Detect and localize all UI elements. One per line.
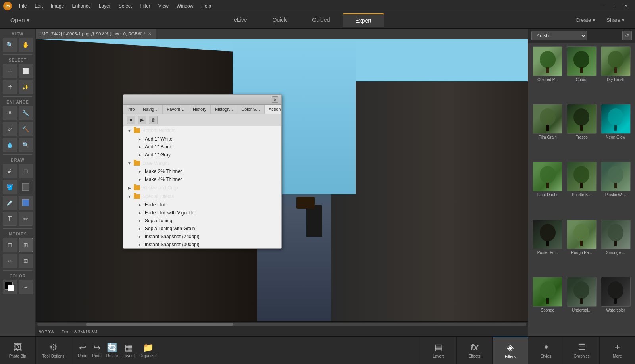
foreground-swatch[interactable]	[19, 180, 33, 194]
pencil-tool[interactable]: ✏	[19, 212, 33, 226]
tab-favorites[interactable]: Favorit…	[163, 105, 189, 114]
action-make-4-thinner[interactable]: ▶ Make 4% Thinner	[123, 175, 281, 183]
menu-image[interactable]: Image	[48, 2, 67, 10]
action-add-1-gray[interactable]: ▶ Add 1" Gray	[123, 151, 281, 159]
filter-underpainting[interactable]: Underpai...	[566, 277, 598, 333]
action-add-1-white[interactable]: ▶ Add 1" White	[123, 135, 281, 143]
lasso-tool[interactable]: 🗡	[3, 80, 17, 94]
crop-tool[interactable]: ⊡	[3, 238, 17, 252]
close-button[interactable]: ✕	[620, 0, 632, 12]
styles-button[interactable]: ✦ Styles	[528, 337, 564, 364]
filter-fresco[interactable]: Fresco	[566, 104, 598, 160]
action-faded-ink-vignette[interactable]: ▶ Faded Ink with Vignette	[123, 209, 281, 217]
folder-lose-weight[interactable]: ▼ Lose Weight	[123, 159, 281, 168]
action-snapshot-300[interactable]: ▶ Instant Snapshot (300ppi)	[123, 241, 281, 248]
filter-colored-pencil[interactable]: Colored P...	[531, 46, 564, 102]
stamp-tool[interactable]: 🔨	[19, 122, 33, 136]
filter-category-dropdown[interactable]: Artistic Blur Brush Strokes Distort Sket…	[531, 31, 587, 40]
photo-bin-button[interactable]: 🖼 Photo Bin	[0, 337, 36, 364]
maximize-button[interactable]: □	[608, 0, 620, 12]
create-button[interactable]: Create ▾	[572, 15, 599, 25]
menu-help[interactable]: Help	[198, 2, 214, 10]
canvas-viewport[interactable]: ✕ Info Navig… Favorit… History Histogr… …	[36, 39, 528, 321]
filter-poster-edges[interactable]: Poster Ed...	[531, 220, 564, 275]
swap-colors[interactable]: ⇄	[19, 280, 33, 294]
tab-history[interactable]: History	[189, 105, 211, 114]
move-tool[interactable]: ⊹	[3, 64, 17, 78]
folder-bottom-borders[interactable]: ▼ Bottom Borders	[123, 126, 281, 135]
tab-color-swatches[interactable]: Color S…	[237, 105, 265, 114]
healing-tool[interactable]: 🔧	[19, 106, 33, 120]
recompose-tool[interactable]: ⊡	[19, 254, 33, 268]
action-snapshot-240[interactable]: ▶ Instant Snapshot (240ppi)	[123, 233, 281, 241]
organizer-button[interactable]: 📁 Organizer	[139, 343, 157, 358]
filter-dry-brush[interactable]: Dry Brush	[599, 46, 632, 102]
open-button[interactable]: Open ▾	[6, 14, 34, 26]
dialog-close-button[interactable]: ✕	[272, 96, 278, 103]
canvas-tab-close[interactable]: ✕	[148, 31, 151, 36]
effects-button[interactable]: fx Effects	[456, 337, 492, 364]
layout-button[interactable]: ▦ Layout	[123, 343, 135, 358]
paint-bucket-tool[interactable]: 🪣	[3, 180, 17, 194]
straighten-tool[interactable]: ↔	[3, 254, 17, 268]
eraser-tool[interactable]: ◻	[19, 164, 33, 178]
filter-neon-glow[interactable]: Neon Glow	[599, 104, 632, 160]
action-sepia-toning[interactable]: ▶ Sepia Toning	[123, 217, 281, 225]
tool-options-button[interactable]: ⚙ Tool Options	[36, 337, 71, 364]
action-make-2-thinner[interactable]: ▶ Make 2% Thinner	[123, 168, 281, 175]
menu-edit[interactable]: Edit	[31, 2, 46, 10]
filter-cutout[interactable]: Cutout	[566, 46, 598, 102]
transform-tool[interactable]: ⊞	[19, 238, 33, 252]
rotate-button[interactable]: 🔄 Rotate	[106, 343, 118, 358]
more-button[interactable]: + More	[599, 337, 635, 364]
tab-quick[interactable]: Quick	[260, 13, 300, 27]
zoom-tool[interactable]: 🔍	[3, 38, 17, 52]
filter-sponge[interactable]: Sponge	[531, 277, 564, 333]
clone-tool[interactable]: 🖊	[3, 122, 17, 136]
menu-view[interactable]: View	[155, 2, 172, 10]
filter-paint-daubs[interactable]: Paint Daubs	[531, 162, 564, 218]
stop-button[interactable]: ■	[127, 116, 135, 124]
tab-histogram[interactable]: Histogr…	[211, 105, 237, 114]
menu-filter[interactable]: Filter	[137, 2, 154, 10]
minimize-button[interactable]: —	[596, 0, 608, 12]
play-button[interactable]: ▶	[138, 116, 146, 124]
filter-plastic-wrap[interactable]: Plastic Wr...	[599, 162, 632, 218]
horizontal-scrollbar[interactable]	[36, 321, 528, 327]
filter-palette-knife[interactable]: Palette K...	[566, 162, 598, 218]
blur-tool[interactable]: 💧	[3, 138, 17, 152]
tab-elive[interactable]: eLive	[221, 13, 260, 27]
folder-special-effects[interactable]: ▼ Special Effects	[123, 192, 281, 201]
graphics-button[interactable]: ☰ Graphics	[564, 337, 599, 364]
filter-watercolor[interactable]: Watercolor	[599, 277, 632, 333]
share-button[interactable]: Share ▾	[602, 15, 629, 25]
filter-film-grain[interactable]: Film Grain	[531, 104, 564, 160]
menu-select[interactable]: Select	[115, 2, 135, 10]
folder-resize-crop[interactable]: ▶ Resize and Crop	[123, 183, 281, 192]
tab-expert[interactable]: Expert	[343, 13, 384, 27]
search-tool[interactable]: 🔍	[19, 138, 33, 152]
filter-refresh-button[interactable]: ↺	[622, 31, 632, 40]
hand-tool[interactable]: ✋	[19, 38, 33, 52]
action-add-1-black[interactable]: ▶ Add 1" Black	[123, 143, 281, 151]
menu-window[interactable]: Window	[173, 2, 197, 10]
eye-tool[interactable]: 👁	[3, 106, 17, 120]
eyedropper-tool[interactable]: 💉	[3, 196, 17, 210]
menu-layer[interactable]: Layer	[96, 2, 114, 10]
foreground-color[interactable]	[3, 280, 17, 294]
color-fill-tool[interactable]	[19, 196, 33, 210]
menu-file[interactable]: File	[16, 2, 30, 10]
canvas-tab-active[interactable]: IMG_7442[1]-0005-1.png @ 90.8% (Layer 0,…	[36, 29, 156, 39]
tab-navigator[interactable]: Navig…	[139, 105, 163, 114]
undo-button[interactable]: ↩ Undo	[78, 343, 87, 358]
tab-guided[interactable]: Guided	[299, 13, 343, 27]
marquee-tool[interactable]: ⬜	[19, 64, 33, 78]
action-faded-ink[interactable]: ▶ Faded Ink	[123, 201, 281, 209]
filters-button[interactable]: ◈ Filters	[492, 337, 528, 364]
delete-button[interactable]: 🗑	[149, 116, 158, 124]
layers-button[interactable]: ▤ Layers	[421, 337, 456, 364]
action-sepia-toning-grain[interactable]: ▶ Sepia Toning with Grain	[123, 225, 281, 233]
tab-actions[interactable]: Actions	[265, 105, 281, 114]
filter-rough-pastels[interactable]: Rough Pa...	[566, 220, 598, 275]
menu-enhance[interactable]: Enhance	[69, 2, 94, 10]
